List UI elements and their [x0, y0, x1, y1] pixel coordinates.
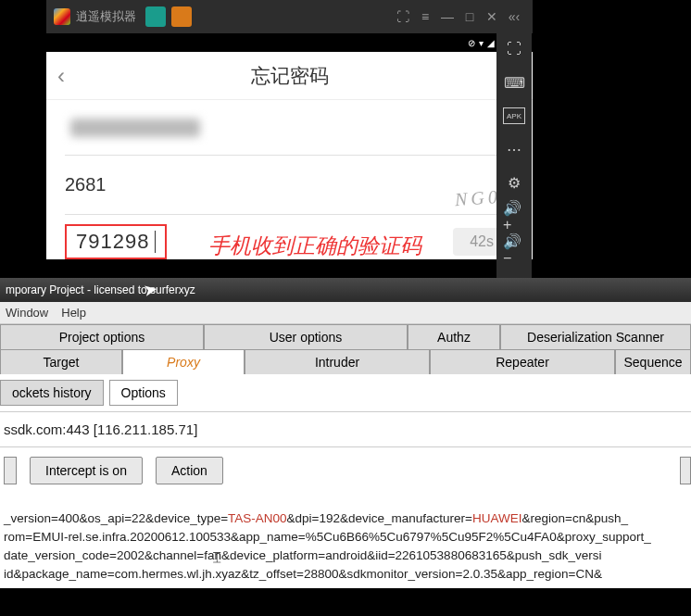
wifi-icon: ▾ [479, 38, 484, 48]
menu-window[interactable]: Window [6, 303, 48, 323]
proxy-subtabs: ockets history Options [0, 374, 691, 412]
emulator-window: 逍遥模拟器 ⛶ ≡ — □ ✕ «‹ ⊘ ▾ ◢ ▮ 9:36 ‹ 忘记密码 [46, 0, 533, 259]
back-icon[interactable]: ‹ [57, 63, 65, 89]
page-title: 忘记密码 [251, 63, 329, 89]
app-header: ‹ 忘记密码 [46, 52, 533, 100]
tab-repeater[interactable]: Repeater [430, 349, 615, 374]
text-caret [155, 231, 156, 253]
annotation-text: 手机收到正确的验证码 [208, 232, 421, 260]
right-button-fragment[interactable] [680, 457, 691, 484]
settings-icon[interactable]: ⚙ [503, 174, 525, 191]
aspect-icon[interactable]: ⛶ [392, 6, 414, 28]
tab-user-options[interactable]: User options [204, 324, 408, 349]
menu-help[interactable]: Help [61, 303, 86, 323]
phone-field-row [65, 100, 514, 156]
android-statusbar: ⊘ ▾ ◢ ▮ 9:36 [46, 33, 533, 52]
burp-tabs-row2: Target Proxy Intruder Repeater Sequence [0, 349, 691, 374]
tab-sequencer[interactable]: Sequence [615, 349, 691, 374]
no-sim-icon: ⊘ [468, 38, 475, 48]
running-app-icon-2[interactable] [171, 6, 192, 27]
menu-icon[interactable]: ≡ [414, 6, 436, 28]
intercept-toggle-button[interactable]: Intercept is on [30, 457, 143, 484]
tab-deserialization[interactable]: Deserialization Scanner [500, 324, 691, 349]
subtab-websockets-history[interactable]: ockets history [0, 380, 104, 406]
emulator-sidebar: ⛶ ⌨ APK ⋯ ⚙ 🔊+ 🔊− [496, 33, 532, 278]
burp-title-text: mporary Project - licensed to surferxyz [6, 283, 195, 296]
tab-proxy[interactable]: Proxy [122, 349, 245, 374]
tab-intruder[interactable]: Intruder [245, 349, 430, 374]
tab-project-options[interactable]: Project options [0, 324, 204, 349]
volume-up-icon[interactable]: 🔊+ [503, 207, 525, 224]
close-icon[interactable]: ✕ [481, 6, 503, 28]
sms-code-highlight: 791298 [65, 224, 167, 259]
more-icon[interactable]: «‹ [503, 6, 525, 28]
fullscreen-icon[interactable]: ⛶ [503, 41, 525, 57]
emulator-titlebar: 逍遥模拟器 ⛶ ≡ — □ ✕ «‹ [46, 0, 533, 33]
burp-menubar: Window Help [0, 302, 691, 324]
captcha-field-row: 2681 NG01 [65, 156, 514, 215]
more-apps-icon[interactable]: ⋯ [503, 141, 525, 157]
host-line: ssdk.com:443 [116.211.185.71] [0, 412, 691, 447]
action-button[interactable]: Action [156, 457, 223, 484]
running-app-icon-1[interactable] [145, 6, 166, 27]
sms-code-input[interactable]: 791298 [76, 230, 155, 254]
captcha-text-value[interactable]: 2681 [65, 174, 107, 195]
minimize-icon[interactable]: — [436, 6, 459, 28]
phone-screen: ⊘ ▾ ◢ ▮ 9:36 ‹ 忘记密码 2681 NG01 手机收到正确的验证码… [46, 33, 533, 259]
subtab-options[interactable]: Options [109, 380, 178, 406]
raw-request-view[interactable]: _version=400&os_api=22&device_type=TAS-A… [0, 494, 691, 588]
keyboard-icon[interactable]: ⌨ [503, 74, 525, 91]
tab-authz[interactable]: Authz [408, 324, 500, 349]
apk-icon[interactable]: APK [503, 107, 525, 124]
volume-down-icon[interactable]: 🔊− [503, 241, 525, 258]
prev-button-fragment[interactable] [4, 457, 17, 484]
intercept-action-row: Intercept is on Action [0, 447, 691, 494]
emulator-title: 逍遥模拟器 [76, 8, 136, 25]
phone-blurred-value [70, 119, 200, 137]
maximize-icon[interactable]: □ [459, 6, 481, 28]
emulator-logo-icon [54, 8, 70, 25]
burp-window: mporary Project - licensed to surferxyz … [0, 278, 691, 588]
burp-tabs-row1: Project options User options Authz Deser… [0, 324, 691, 349]
signal-icon: ◢ [487, 38, 495, 48]
burp-titlebar: mporary Project - licensed to surferxyz [0, 278, 691, 302]
tab-target[interactable]: Target [0, 349, 122, 374]
